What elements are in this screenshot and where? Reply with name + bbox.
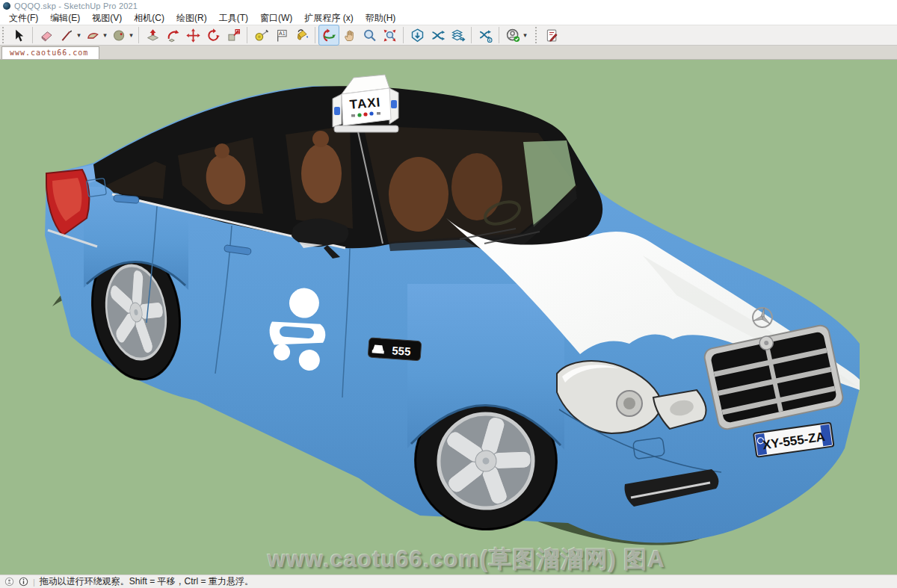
move-icon [185, 28, 201, 43]
rotate-tool-button[interactable] [203, 25, 223, 45]
rotate-icon [206, 28, 221, 43]
line-tool-button[interactable] [57, 25, 76, 45]
3d-warehouse-button[interactable] [407, 25, 427, 45]
geolocation-icon[interactable] [4, 577, 14, 587]
menu-extensions[interactable]: 扩展程序 (x) [298, 12, 359, 25]
pan-tool-button[interactable] [339, 25, 359, 45]
ruby-script-icon [544, 28, 560, 43]
toolbar-separator [403, 27, 404, 43]
toolbar-drag-handle[interactable] [2, 27, 6, 43]
front-seat [301, 143, 342, 203]
magnifier-icon [362, 28, 377, 43]
arc-tool-dropdown[interactable]: ▾ [102, 31, 108, 39]
menu-draw[interactable]: 绘图(R) [170, 12, 213, 25]
zoom-extents-button[interactable] [380, 25, 399, 45]
pan-hand-icon [342, 28, 357, 43]
svg-text:TAXI: TAXI [349, 95, 381, 112]
share-model-button[interactable] [428, 25, 447, 45]
menu-edit[interactable]: 编辑(E) [44, 12, 86, 25]
toolbar-separator [32, 27, 33, 43]
extension-manager-button[interactable] [475, 25, 495, 45]
viewport-canvas[interactable]: XY-555-ZA [0, 60, 897, 575]
scene-tab-active[interactable]: www.caotu66.com [1, 46, 99, 59]
interior-seatback [389, 157, 449, 232]
status-bar: | 拖动以进行环绕观察。Shift = 平移，Ctrl = 重力悬浮。 [0, 575, 897, 588]
menu-help[interactable]: 帮助(H) [360, 12, 402, 25]
eraser-tool-button[interactable] [37, 25, 56, 45]
send-to-layout-button[interactable] [448, 25, 467, 45]
status-separator: | [33, 578, 35, 587]
circle-tool-dropdown[interactable]: ▾ [128, 31, 135, 39]
arc-tool-button[interactable] [83, 25, 102, 45]
rear-headrest [215, 143, 229, 158]
arc-icon [85, 28, 101, 43]
select-arrow-icon [11, 28, 27, 43]
scene-tab-bar: www.caotu66.com [0, 46, 897, 60]
tape-measure-tool-button[interactable] [251, 25, 271, 45]
front-headrest [312, 131, 329, 147]
window-title: QQQQ.skp - SketchUp Pro 2021 [14, 1, 138, 10]
fender-badge: 555 [368, 338, 422, 361]
menu-camera[interactable]: 相机(C) [128, 12, 170, 25]
sketchup-window: QQQQ.skp - SketchUp Pro 2021 文件(F) 编辑(E)… [0, 0, 897, 588]
eraser-icon [39, 28, 55, 43]
orbit-icon [321, 28, 337, 43]
menu-file[interactable]: 文件(F) [3, 12, 44, 25]
follow-me-icon [165, 28, 181, 43]
menu-view[interactable]: 视图(V) [86, 12, 128, 25]
toolbar-drag-handle[interactable] [535, 27, 539, 43]
interior-seatback-2 [451, 153, 502, 220]
3d-warehouse-icon [410, 28, 425, 43]
layout-sheets-icon [450, 28, 466, 43]
follow-me-tool-button[interactable] [163, 25, 182, 45]
paint-bucket-icon [294, 28, 309, 43]
push-pull-icon [145, 28, 161, 43]
scale-icon [226, 28, 241, 43]
tape-measure-icon [253, 28, 269, 43]
zoom-tool-button[interactable] [360, 25, 379, 45]
toolbar-separator [247, 27, 247, 43]
headlight-projector-inner [623, 397, 635, 409]
ruby-editor-button[interactable] [542, 25, 561, 45]
extension-manager-icon [478, 28, 493, 43]
menu-bar: 文件(F) 编辑(E) 视图(V) 相机(C) 绘图(R) 工具(T) 窗口(W… [0, 12, 897, 25]
scene-tab-label: www.caotu66.com [10, 49, 88, 57]
menu-tools[interactable]: 工具(T) [213, 12, 254, 25]
toolbar-separator [471, 27, 472, 43]
zoom-extents-icon [382, 28, 398, 43]
select-tool-button[interactable] [9, 25, 28, 45]
account-dropdown[interactable]: ▾ [522, 31, 528, 39]
toolbar-separator [315, 27, 315, 43]
model-scene: XY-555-ZA [0, 60, 897, 575]
toolbar-separator [138, 27, 139, 43]
circle-tool-button[interactable] [109, 25, 129, 45]
taxi-car-model[interactable]: XY-555-ZA [45, 75, 860, 545]
text-tool-button[interactable]: A1 [271, 25, 291, 45]
orbit-tool-button[interactable] [319, 25, 339, 45]
credits-info-icon[interactable] [19, 577, 28, 587]
move-tool-button[interactable] [183, 25, 203, 45]
account-button[interactable] [503, 25, 523, 45]
share-model-icon [430, 28, 446, 43]
sketchup-logo-icon [3, 2, 10, 10]
line-tool-dropdown[interactable]: ▾ [75, 31, 82, 39]
svg-text:555: 555 [392, 344, 411, 358]
text-label-icon: A1 [274, 28, 289, 43]
pencil-icon [59, 28, 75, 43]
scale-tool-button[interactable] [224, 25, 243, 45]
toolbar-separator [499, 27, 499, 43]
status-hint: 拖动以进行环绕观察。Shift = 平移，Ctrl = 重力悬浮。 [40, 575, 253, 588]
svg-text:A1: A1 [279, 31, 286, 36]
paint-bucket-tool-button[interactable] [292, 25, 311, 45]
circle-icon [111, 28, 127, 43]
toolbar: ▾ ▾ ▾ A1 [0, 25, 897, 46]
title-bar: QQQQ.skp - SketchUp Pro 2021 [0, 0, 897, 12]
push-pull-tool-button[interactable] [143, 25, 162, 45]
account-icon [505, 28, 521, 43]
menu-window[interactable]: 窗口(W) [254, 12, 298, 25]
watermark: www.caotu66.com(草图溜溜网) 图A [268, 544, 665, 575]
